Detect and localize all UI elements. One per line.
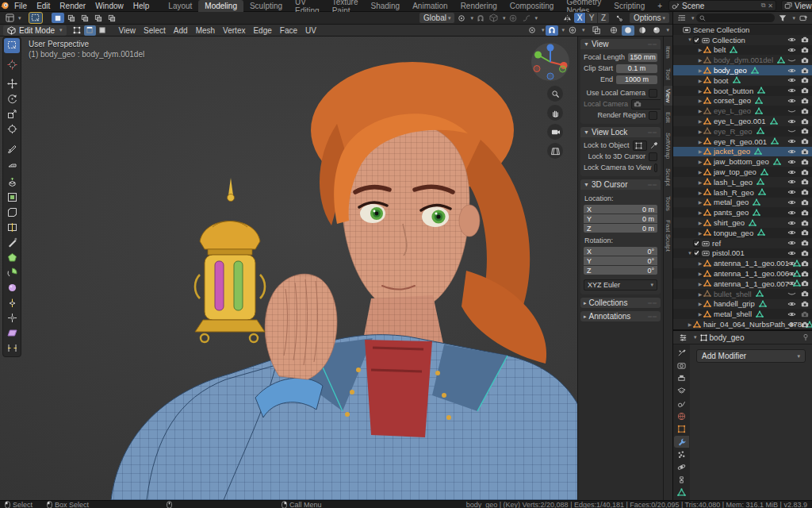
outliner-row[interactable]: ▶eye_L_geo.001 bbox=[673, 116, 812, 126]
expand-icon[interactable]: ▶ bbox=[697, 159, 703, 164]
eye-open-icon[interactable] bbox=[787, 271, 796, 277]
eye-open-icon[interactable] bbox=[787, 159, 796, 165]
rotate-icon[interactable] bbox=[4, 91, 20, 106]
expand-icon[interactable]: ▶ bbox=[697, 281, 703, 287]
mirror-axis-x[interactable]: X bbox=[574, 13, 585, 23]
breadcrumb[interactable]: body_geo bbox=[700, 333, 745, 342]
edgeslide-icon[interactable] bbox=[4, 295, 20, 310]
mode-dropdown[interactable]: Edit Mode▾ bbox=[3, 25, 67, 36]
viewport-menu-vertex[interactable]: Vertex bbox=[219, 26, 249, 35]
viewport-menu-view[interactable]: View bbox=[115, 26, 140, 35]
scene-selector[interactable]: Scene ⧉ ✕ bbox=[668, 0, 776, 11]
annotate-icon[interactable] bbox=[4, 140, 20, 156]
workspace-tab-rendering[interactable]: Rendering bbox=[454, 0, 504, 12]
outliner-row[interactable]: ▶antenna_1_1_geo.001 bbox=[673, 258, 812, 268]
workspace-tab-geometry-nodes[interactable]: Geometry Nodes bbox=[560, 0, 607, 12]
expand-icon[interactable]: ▶ bbox=[697, 220, 703, 225]
outliner-row[interactable]: ▶lash_R_geo bbox=[673, 187, 812, 198]
outliner-row[interactable]: ▶pants_geo bbox=[673, 207, 812, 217]
camera-visibility-icon[interactable] bbox=[801, 199, 809, 206]
camera-visibility-icon[interactable] bbox=[801, 128, 809, 134]
expand-icon[interactable]: ▶ bbox=[697, 98, 703, 103]
outliner-row[interactable]: ▶eye_R_geo.001 bbox=[673, 137, 812, 147]
add-workspace-button[interactable]: + bbox=[651, 0, 668, 12]
cursor-rotation-z[interactable]: Z0° bbox=[584, 266, 657, 275]
workspace-tab-compositing[interactable]: Compositing bbox=[504, 0, 561, 12]
outliner-row[interactable]: ▶boot_button bbox=[673, 86, 812, 96]
collection-checkbox[interactable] bbox=[693, 249, 700, 256]
expand-icon[interactable]: ▶ bbox=[697, 271, 703, 276]
menu-window[interactable]: Window bbox=[90, 2, 128, 10]
viewport-menu-edge[interactable]: Edge bbox=[249, 26, 275, 35]
expand-icon[interactable]: ▶ bbox=[697, 210, 703, 215]
outliner-row[interactable]: ▶handell_grip bbox=[673, 299, 812, 310]
expand-icon[interactable]: ▶ bbox=[697, 169, 703, 175]
eye-open-icon[interactable] bbox=[787, 199, 796, 206]
expand-icon[interactable]: ▶ bbox=[697, 291, 703, 297]
camera-visibility-icon[interactable] bbox=[801, 291, 809, 297]
eye-closed-icon[interactable] bbox=[787, 57, 796, 64]
camera-visibility-icon[interactable] bbox=[801, 271, 809, 277]
properties-tab-constraints-icon[interactable] bbox=[674, 474, 689, 486]
expand-icon[interactable]: ▶ bbox=[697, 57, 703, 63]
outliner-row[interactable]: ▶bullet_shell bbox=[673, 289, 812, 299]
expand-icon[interactable]: ▶ bbox=[697, 199, 703, 205]
select-subtract-icon[interactable] bbox=[79, 13, 91, 23]
eye-open-icon[interactable] bbox=[787, 311, 796, 318]
camera-visibility-icon[interactable] bbox=[801, 250, 809, 256]
camera-visibility-icon[interactable] bbox=[801, 240, 809, 246]
polybuild-icon[interactable] bbox=[4, 250, 20, 265]
outliner-row[interactable]: ▶boot bbox=[673, 75, 812, 86]
expand-icon[interactable]: ▶ bbox=[697, 118, 703, 124]
eye-closed-icon[interactable] bbox=[787, 291, 796, 297]
camera-visibility-icon[interactable] bbox=[801, 47, 809, 53]
lock-3d-cursor-checkbox[interactable] bbox=[649, 152, 657, 161]
properties-tab-output-icon[interactable] bbox=[674, 372, 689, 384]
pivot-icon[interactable] bbox=[455, 13, 468, 23]
outliner-row[interactable]: ▶antenna_1_1_geo.006 bbox=[673, 268, 812, 279]
navigation-gizmo[interactable] bbox=[530, 41, 571, 83]
camera-visibility-icon[interactable] bbox=[801, 189, 809, 195]
collection-checkbox[interactable] bbox=[693, 37, 700, 44]
eyedropper-icon[interactable] bbox=[650, 142, 657, 149]
eye-open-icon[interactable] bbox=[787, 77, 796, 83]
viewport-menu-add[interactable]: Add bbox=[170, 26, 192, 35]
local-camera-field[interactable] bbox=[631, 99, 661, 110]
add-modifier-dropdown[interactable]: Add Modifier▾ bbox=[696, 349, 806, 363]
eye-open-icon[interactable] bbox=[787, 98, 796, 104]
extrude-icon[interactable] bbox=[4, 175, 20, 190]
eye-open-icon[interactable] bbox=[787, 210, 796, 216]
viewport-3d[interactable]: User Perspective (1) body_geo : body_dym… bbox=[0, 37, 672, 500]
new-collection-icon[interactable] bbox=[797, 13, 810, 23]
outliner-row[interactable]: ▼Collection bbox=[673, 35, 812, 45]
magnet-icon[interactable] bbox=[474, 13, 487, 23]
use-local-camera-checkbox[interactable] bbox=[649, 89, 657, 98]
display-mode-icon[interactable] bbox=[676, 13, 688, 23]
camera-visibility-icon[interactable] bbox=[801, 138, 809, 144]
cursor-rotation-y[interactable]: Y0° bbox=[584, 256, 657, 265]
select-box-icon[interactable] bbox=[4, 38, 20, 53]
expand-icon[interactable]: ▶ bbox=[687, 321, 693, 327]
shading-material-icon[interactable] bbox=[636, 25, 649, 36]
menu-help[interactable]: Help bbox=[128, 2, 155, 10]
viewport-menu-mesh[interactable]: Mesh bbox=[192, 26, 219, 35]
expand-icon[interactable]: ▶ bbox=[697, 311, 703, 317]
camera-icon[interactable] bbox=[547, 124, 563, 140]
active-tool-select-box[interactable] bbox=[29, 12, 43, 24]
inset-icon[interactable] bbox=[4, 190, 20, 205]
expand-icon[interactable]: ▶ bbox=[697, 88, 703, 94]
npanel-tab-softwrap[interactable]: SoftWrap bbox=[664, 129, 672, 162]
npanel-tab-edit[interactable]: Edit bbox=[664, 109, 672, 126]
outliner-row[interactable]: ▶jaw_bottom_geo bbox=[673, 156, 812, 167]
camera-visibility-icon[interactable] bbox=[801, 311, 809, 318]
workspace-tab-modeling[interactable]: Modeling bbox=[198, 0, 243, 12]
view-lock-header[interactable]: ▼View Lock══ bbox=[580, 127, 661, 137]
eye-open-icon[interactable] bbox=[787, 118, 796, 125]
select-mode-edge-icon[interactable] bbox=[84, 25, 96, 36]
select-mode-vertex-icon[interactable] bbox=[71, 25, 83, 36]
select-intersect-icon[interactable] bbox=[105, 13, 118, 23]
scale-icon[interactable] bbox=[4, 106, 20, 121]
pivot-icon[interactable] bbox=[526, 25, 538, 36]
eye-open-icon[interactable] bbox=[787, 240, 796, 246]
editor-type-icon[interactable] bbox=[676, 333, 689, 343]
